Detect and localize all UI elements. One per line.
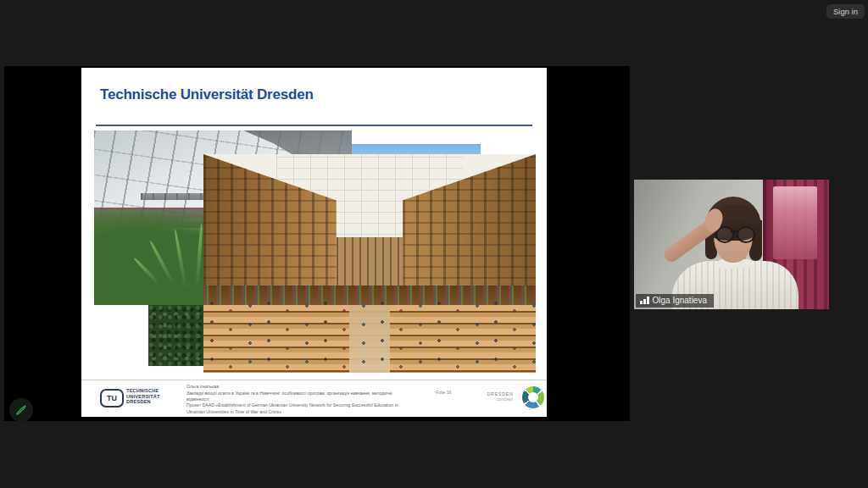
concept-line: concept <box>478 397 514 403</box>
library-photo <box>203 154 536 373</box>
hedge-photo <box>148 305 206 366</box>
title-divider <box>96 125 532 126</box>
dresden-concept-logo-icon <box>522 386 544 408</box>
footer-topic: Заклади вищої освіти в Україні та в Німе… <box>186 390 412 402</box>
participant-video-tile[interactable]: Olga Ignatieva <box>634 180 829 309</box>
participant-name: Olga Ignatieva <box>653 296 708 305</box>
sign-in-button[interactable]: Sign in <box>826 4 865 19</box>
slide-page-number: Folie 16 <box>436 391 451 395</box>
window-glow <box>773 186 817 259</box>
slide-title: Technische Universität Dresden <box>100 86 314 103</box>
readers <box>203 298 536 369</box>
concept-line: DRESDEN <box>478 391 514 397</box>
participant-name-badge: Olga Ignatieva <box>636 294 714 308</box>
footer-author: Ольга Ігнатьєва <box>186 384 412 390</box>
connection-bars-icon <box>640 297 649 304</box>
footer-project: Проект DAAD «Establishment of German-Ukr… <box>186 402 412 415</box>
annotate-button[interactable] <box>9 398 33 422</box>
library-far-wall <box>337 237 403 286</box>
app-window: Sign in Technische Universität Dresden <box>0 0 868 488</box>
dresden-concept-logo-text: DRESDEN concept <box>478 391 514 403</box>
pencil-icon <box>14 403 28 417</box>
footer-divider <box>81 380 547 380</box>
slide-footer-text: Ольга Ігнатьєва Заклади вищої освіти в У… <box>186 384 412 415</box>
glasses-icon <box>731 230 737 233</box>
screen-share-area: Technische Universität Dresden <box>4 66 630 421</box>
tu-dresden-logo-icon: TU <box>100 389 124 408</box>
glasses-icon <box>737 226 755 243</box>
presentation-slide: Technische Universität Dresden <box>81 68 547 417</box>
